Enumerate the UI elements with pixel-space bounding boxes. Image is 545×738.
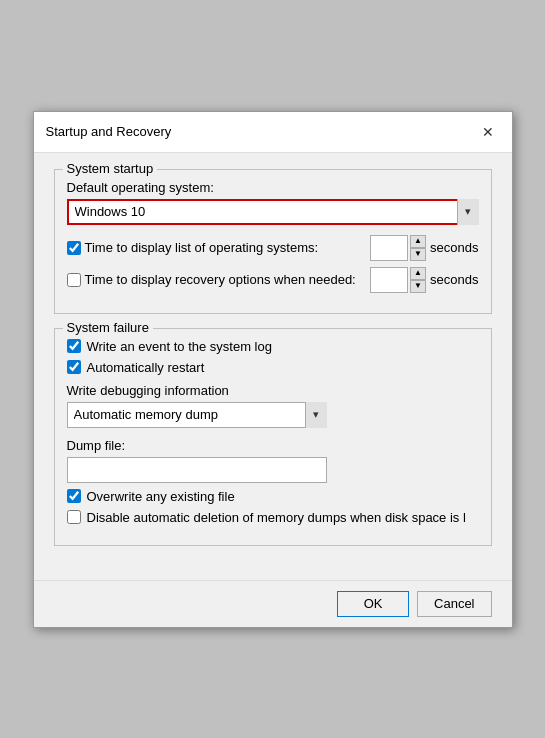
recovery-up[interactable]: ▲ <box>410 267 426 280</box>
display-list-up[interactable]: ▲ <box>410 235 426 248</box>
write-debug-label: Write debugging information <box>67 383 479 398</box>
dump-file-label: Dump file: <box>67 438 479 453</box>
startup-recovery-dialog: Startup and Recovery ✕ System startup De… <box>33 111 513 628</box>
bottom-bar: OK Cancel <box>34 580 512 627</box>
debug-dropdown-container: Automatic memory dump Complete memory du… <box>67 402 327 428</box>
write-event-checkbox[interactable] <box>67 339 81 353</box>
dump-file-input[interactable]: %SystemRoot%\MEMORY.DMP <box>67 457 327 483</box>
auto-restart-row: Automatically restart <box>67 360 479 375</box>
display-list-value[interactable]: 30 <box>370 235 408 261</box>
cancel-button[interactable]: Cancel <box>417 591 491 617</box>
display-list-checkbox[interactable] <box>67 241 81 255</box>
dialog-content: System startup Default operating system:… <box>34 153 512 580</box>
debug-info-dropdown[interactable]: Automatic memory dump Complete memory du… <box>67 402 327 428</box>
system-failure-legend: System failure <box>63 320 153 335</box>
close-button[interactable]: ✕ <box>476 120 500 144</box>
default-os-dropdown-container: Windows 10 <box>67 199 479 225</box>
disable-auto-delete-row: Disable automatic deletion of memory dum… <box>67 510 479 525</box>
recovery-spinner: ▲ ▼ <box>410 267 426 293</box>
overwrite-label: Overwrite any existing file <box>87 489 235 504</box>
recovery-seconds: seconds <box>430 272 478 287</box>
write-event-row: Write an event to the system log <box>67 339 479 354</box>
auto-restart-checkbox[interactable] <box>67 360 81 374</box>
display-list-row: Time to display list of operating system… <box>67 235 479 261</box>
dialog-title: Startup and Recovery <box>46 124 172 139</box>
title-bar: Startup and Recovery ✕ <box>34 112 512 153</box>
system-startup-legend: System startup <box>63 161 158 176</box>
recovery-checkbox[interactable] <box>67 273 81 287</box>
overwrite-checkbox[interactable] <box>67 489 81 503</box>
disable-auto-delete-label: Disable automatic deletion of memory dum… <box>87 510 466 525</box>
disable-auto-delete-checkbox[interactable] <box>67 510 81 524</box>
overwrite-row: Overwrite any existing file <box>67 489 479 504</box>
system-failure-section: System failure Write an event to the sys… <box>54 328 492 546</box>
recovery-label: Time to display recovery options when ne… <box>85 272 367 287</box>
display-list-seconds: seconds <box>430 240 478 255</box>
system-startup-section: System startup Default operating system:… <box>54 169 492 314</box>
recovery-down[interactable]: ▼ <box>410 280 426 293</box>
ok-button[interactable]: OK <box>337 591 409 617</box>
auto-restart-label: Automatically restart <box>87 360 205 375</box>
display-list-down[interactable]: ▼ <box>410 248 426 261</box>
display-list-label: Time to display list of operating system… <box>85 240 367 255</box>
default-os-dropdown[interactable]: Windows 10 <box>67 199 479 225</box>
default-os-label: Default operating system: <box>67 180 479 195</box>
recovery-row: Time to display recovery options when ne… <box>67 267 479 293</box>
recovery-value[interactable]: 30 <box>370 267 408 293</box>
display-list-spinner: ▲ ▼ <box>410 235 426 261</box>
write-event-label: Write an event to the system log <box>87 339 272 354</box>
